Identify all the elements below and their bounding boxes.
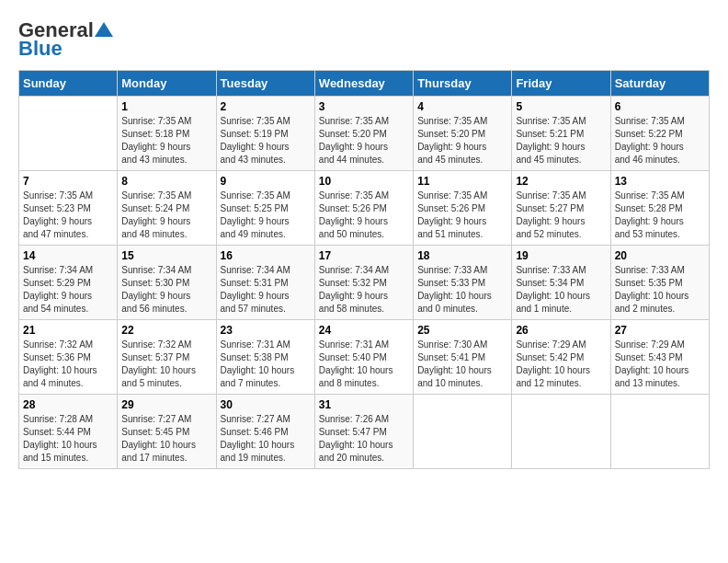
day-info: Sunrise: 7:35 AMSunset: 5:28 PMDaylight:… — [615, 190, 705, 241]
day-number: 7 — [23, 175, 113, 188]
day-cell: 21Sunrise: 7:32 AMSunset: 5:36 PMDayligh… — [19, 320, 118, 395]
day-header-sunday: Sunday — [19, 71, 118, 97]
day-info: Sunrise: 7:35 AMSunset: 5:26 PMDaylight:… — [319, 190, 409, 241]
day-header-friday: Friday — [512, 71, 610, 97]
day-info: Sunrise: 7:35 AMSunset: 5:18 PMDaylight:… — [121, 115, 211, 167]
day-number: 14 — [23, 249, 113, 262]
day-cell: 8Sunrise: 7:35 AMSunset: 5:24 PMDaylight… — [118, 171, 216, 246]
header: General Blue — [18, 18, 710, 61]
day-cell: 22Sunrise: 7:32 AMSunset: 5:37 PMDayligh… — [118, 320, 216, 395]
day-number: 8 — [121, 175, 211, 188]
calendar: SundayMondayTuesdayWednesdayThursdayFrid… — [18, 70, 710, 469]
day-cell: 27Sunrise: 7:29 AMSunset: 5:43 PMDayligh… — [610, 320, 709, 395]
day-number: 30 — [221, 398, 311, 411]
day-cell: 13Sunrise: 7:35 AMSunset: 5:28 PMDayligh… — [610, 171, 709, 246]
week-row-2: 7Sunrise: 7:35 AMSunset: 5:23 PMDaylight… — [19, 171, 710, 246]
week-row-3: 14Sunrise: 7:34 AMSunset: 5:29 PMDayligh… — [19, 246, 710, 320]
day-info: Sunrise: 7:34 AMSunset: 5:29 PMDaylight:… — [23, 264, 113, 316]
day-info: Sunrise: 7:29 AMSunset: 5:42 PMDaylight:… — [516, 339, 606, 390]
day-info: Sunrise: 7:35 AMSunset: 5:25 PMDaylight:… — [221, 190, 311, 241]
day-cell — [512, 395, 610, 469]
day-info: Sunrise: 7:35 AMSunset: 5:27 PMDaylight:… — [516, 190, 606, 241]
day-number: 27 — [615, 324, 705, 337]
day-info: Sunrise: 7:29 AMSunset: 5:43 PMDaylight:… — [615, 339, 705, 390]
day-number: 19 — [516, 249, 606, 262]
day-cell: 7Sunrise: 7:35 AMSunset: 5:23 PMDaylight… — [19, 171, 118, 246]
day-cell: 28Sunrise: 7:28 AMSunset: 5:44 PMDayligh… — [19, 395, 118, 469]
day-cell: 31Sunrise: 7:26 AMSunset: 5:47 PMDayligh… — [314, 395, 413, 469]
day-info: Sunrise: 7:31 AMSunset: 5:40 PMDaylight:… — [319, 339, 409, 390]
day-number: 6 — [615, 100, 705, 113]
day-info: Sunrise: 7:35 AMSunset: 5:20 PMDaylight:… — [319, 115, 409, 167]
day-number: 20 — [615, 249, 705, 262]
day-cell: 17Sunrise: 7:34 AMSunset: 5:32 PMDayligh… — [314, 246, 413, 320]
day-header-tuesday: Tuesday — [216, 71, 314, 97]
day-number: 28 — [23, 398, 113, 411]
day-number: 17 — [319, 249, 409, 262]
day-number: 15 — [121, 249, 211, 262]
day-cell: 1Sunrise: 7:35 AMSunset: 5:18 PMDaylight… — [118, 97, 216, 171]
day-cell: 26Sunrise: 7:29 AMSunset: 5:42 PMDayligh… — [512, 320, 610, 395]
day-cell: 30Sunrise: 7:27 AMSunset: 5:46 PMDayligh… — [216, 395, 314, 469]
day-info: Sunrise: 7:28 AMSunset: 5:44 PMDaylight:… — [23, 413, 113, 465]
day-info: Sunrise: 7:35 AMSunset: 5:20 PMDaylight:… — [417, 115, 507, 167]
day-header-saturday: Saturday — [610, 71, 709, 97]
day-number: 2 — [221, 100, 311, 113]
day-info: Sunrise: 7:31 AMSunset: 5:38 PMDaylight:… — [221, 339, 311, 390]
day-header-monday: Monday — [118, 71, 216, 97]
day-cell: 23Sunrise: 7:31 AMSunset: 5:38 PMDayligh… — [216, 320, 314, 395]
day-cell: 10Sunrise: 7:35 AMSunset: 5:26 PMDayligh… — [314, 171, 413, 246]
day-cell: 3Sunrise: 7:35 AMSunset: 5:20 PMDaylight… — [314, 97, 413, 171]
day-header-thursday: Thursday — [414, 71, 512, 97]
day-number: 13 — [615, 175, 705, 188]
day-cell: 6Sunrise: 7:35 AMSunset: 5:22 PMDaylight… — [610, 97, 709, 171]
day-number: 26 — [516, 324, 606, 337]
day-info: Sunrise: 7:35 AMSunset: 5:26 PMDaylight:… — [417, 190, 507, 241]
day-cell: 4Sunrise: 7:35 AMSunset: 5:20 PMDaylight… — [414, 97, 512, 171]
day-number: 31 — [319, 398, 409, 411]
day-cell: 20Sunrise: 7:33 AMSunset: 5:35 PMDayligh… — [610, 246, 709, 320]
day-number: 16 — [221, 249, 311, 262]
logo-blue: Blue — [18, 37, 63, 61]
day-info: Sunrise: 7:27 AMSunset: 5:45 PMDaylight:… — [121, 413, 211, 465]
day-number: 12 — [516, 175, 606, 188]
day-number: 11 — [417, 175, 507, 188]
day-info: Sunrise: 7:34 AMSunset: 5:32 PMDaylight:… — [319, 264, 409, 316]
day-cell — [19, 97, 118, 171]
day-cell: 18Sunrise: 7:33 AMSunset: 5:33 PMDayligh… — [414, 246, 512, 320]
day-number: 9 — [221, 175, 311, 188]
day-cell: 9Sunrise: 7:35 AMSunset: 5:25 PMDaylight… — [216, 171, 314, 246]
day-number: 25 — [417, 324, 507, 337]
day-info: Sunrise: 7:35 AMSunset: 5:24 PMDaylight:… — [121, 190, 211, 241]
day-cell: 29Sunrise: 7:27 AMSunset: 5:45 PMDayligh… — [118, 395, 216, 469]
day-number: 3 — [319, 100, 409, 113]
day-cell: 5Sunrise: 7:35 AMSunset: 5:21 PMDaylight… — [512, 97, 610, 171]
day-info: Sunrise: 7:35 AMSunset: 5:22 PMDaylight:… — [615, 115, 705, 167]
day-number: 21 — [23, 324, 113, 337]
day-info: Sunrise: 7:33 AMSunset: 5:35 PMDaylight:… — [615, 264, 705, 316]
days-header-row: SundayMondayTuesdayWednesdayThursdayFrid… — [19, 71, 710, 97]
day-number: 5 — [516, 100, 606, 113]
day-number: 4 — [417, 100, 507, 113]
day-number: 10 — [319, 175, 409, 188]
day-cell — [414, 395, 512, 469]
logo: General Blue — [18, 18, 114, 61]
day-info: Sunrise: 7:34 AMSunset: 5:30 PMDaylight:… — [121, 264, 211, 316]
day-info: Sunrise: 7:33 AMSunset: 5:33 PMDaylight:… — [417, 264, 507, 316]
day-info: Sunrise: 7:30 AMSunset: 5:41 PMDaylight:… — [417, 339, 507, 390]
day-info: Sunrise: 7:35 AMSunset: 5:23 PMDaylight:… — [23, 190, 113, 241]
day-info: Sunrise: 7:26 AMSunset: 5:47 PMDaylight:… — [319, 413, 409, 465]
week-row-4: 21Sunrise: 7:32 AMSunset: 5:36 PMDayligh… — [19, 320, 710, 395]
day-cell: 16Sunrise: 7:34 AMSunset: 5:31 PMDayligh… — [216, 246, 314, 320]
day-number: 23 — [221, 324, 311, 337]
week-row-5: 28Sunrise: 7:28 AMSunset: 5:44 PMDayligh… — [19, 395, 710, 469]
week-row-1: 1Sunrise: 7:35 AMSunset: 5:18 PMDaylight… — [19, 97, 710, 171]
day-number: 22 — [121, 324, 211, 337]
day-info: Sunrise: 7:27 AMSunset: 5:46 PMDaylight:… — [221, 413, 311, 465]
day-number: 18 — [417, 249, 507, 262]
day-cell: 14Sunrise: 7:34 AMSunset: 5:29 PMDayligh… — [19, 246, 118, 320]
day-info: Sunrise: 7:32 AMSunset: 5:37 PMDaylight:… — [121, 339, 211, 390]
day-number: 1 — [121, 100, 211, 113]
day-cell — [610, 395, 709, 469]
svg-marker-0 — [95, 22, 113, 37]
